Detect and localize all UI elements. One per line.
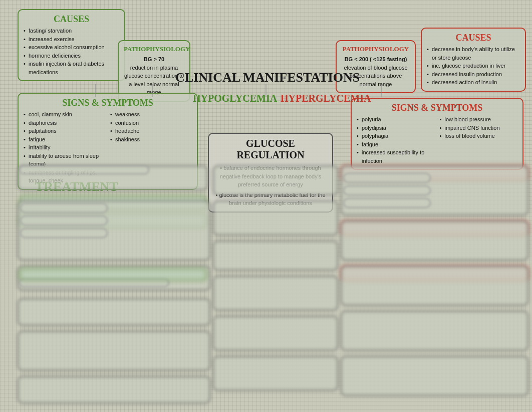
hyper-signs-card: SIGNS & SYMPTOMS polyuria polydipsia pol… <box>351 98 523 170</box>
hypo-causes-card: CAUSES fasting/ starvation increased exe… <box>18 9 125 81</box>
hyper-pathophysiology-card: PATHOPHYSIOLOGY BG < 200 ( <125 fasting)… <box>336 40 416 93</box>
hyperglycemia-label: HYPERGLYCEMIA <box>281 93 371 104</box>
clinical-manifestations-title: CLINICAL MANIFESTATIONS <box>175 70 360 85</box>
connector-line-1 <box>95 84 96 97</box>
connector-line-4 <box>381 84 382 97</box>
hypoglycemia-label: HYPOGLYCEMIA <box>193 93 277 104</box>
connector-line-2 <box>152 84 153 97</box>
hyper-causes-card: CAUSES decrease in body's ability to uti… <box>421 28 526 92</box>
